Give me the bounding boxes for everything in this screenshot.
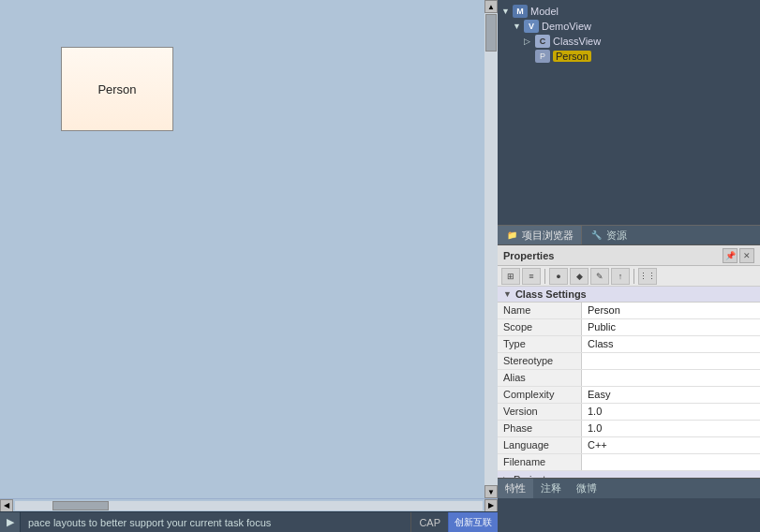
status-icon-btn[interactable]: ▶ bbox=[0, 512, 21, 533]
hscroll-track bbox=[15, 501, 483, 510]
tab-project-browser-label: 项目浏览器 bbox=[522, 229, 574, 243]
prop-row-type[interactable]: Type Class bbox=[498, 336, 760, 353]
prop-value-stereotype[interactable] bbox=[582, 353, 760, 369]
prop-value-language[interactable]: C++ bbox=[582, 437, 760, 453]
prop-value-scope[interactable]: Public bbox=[582, 319, 760, 335]
prop-section-class-settings[interactable]: ▼ Class Settings bbox=[498, 287, 760, 303]
properties-panel: Properties 📌 ✕ ⊞ ≡ ● ◆ ✎ ↑ ⋮⋮ ▼ bbox=[498, 245, 760, 498]
hscroll-left-btn[interactable]: ◀ bbox=[0, 499, 13, 512]
properties-header: Properties 📌 ✕ bbox=[498, 245, 760, 266]
prop-tab-notes[interactable]: 注释 bbox=[533, 479, 569, 498]
prop-row-name[interactable]: Name Person bbox=[498, 303, 760, 319]
prop-tool-edit[interactable]: ✎ bbox=[590, 268, 609, 285]
tree-item-classview[interactable]: ▷ C ClassView bbox=[520, 34, 760, 49]
tab-project-browser[interactable]: 📁 项目浏览器 bbox=[498, 226, 582, 244]
prop-section-class-label: Class Settings bbox=[515, 288, 587, 300]
prop-table: ▼ Class Settings Name Person Scope Publi… bbox=[498, 287, 760, 478]
prop-section-project[interactable]: ▶ Project bbox=[498, 471, 760, 478]
tree-item-model[interactable]: ▼ M Model bbox=[498, 4, 760, 19]
model-icon: M bbox=[513, 5, 528, 18]
properties-controls: 📌 ✕ bbox=[723, 248, 754, 263]
pin-btn[interactable]: 📌 bbox=[723, 248, 738, 263]
prop-bottom-tab: 特性 注释 微博 bbox=[498, 478, 760, 498]
prop-value-name[interactable]: Person bbox=[582, 303, 760, 318]
prop-tool-more[interactable]: ⋮⋮ bbox=[638, 268, 657, 285]
properties-title: Properties bbox=[503, 250, 554, 261]
tree-label-classview: ClassView bbox=[553, 36, 601, 47]
demoview-icon: V bbox=[524, 20, 539, 33]
prop-tab-social-label: 微博 bbox=[576, 481, 597, 495]
prop-sep-2 bbox=[633, 269, 634, 284]
bottom-bar: ◀ ▶ ▶ pace layouts to better support you… bbox=[0, 498, 760, 532]
prop-tool-diamond[interactable]: ◆ bbox=[570, 268, 589, 285]
prop-tab-features[interactable]: 特性 bbox=[498, 479, 533, 498]
tree-item-person[interactable]: P Person bbox=[531, 49, 760, 64]
prop-tab-social[interactable]: 微博 bbox=[569, 479, 604, 498]
prop-name-scope: Scope bbox=[498, 319, 582, 335]
hscroll-right-btn[interactable]: ▶ bbox=[484, 499, 498, 512]
tab-resources-label: 资源 bbox=[606, 229, 627, 243]
tab-bar: 📁 项目浏览器 🔧 资源 bbox=[498, 225, 760, 245]
tree-label-demoview: DemoView bbox=[542, 21, 591, 32]
tree-label-person: Person bbox=[553, 51, 591, 62]
prop-value-phase[interactable]: 1.0 bbox=[582, 421, 760, 436]
tree-arrow-model: ▼ bbox=[501, 7, 511, 16]
scroll-down-btn[interactable]: ▼ bbox=[484, 485, 498, 498]
canvas-area: Person ▲ ▼ bbox=[0, 0, 498, 498]
tree-item-demoview[interactable]: ▼ V DemoView bbox=[509, 19, 760, 34]
prop-name-alias: Alias bbox=[498, 370, 582, 386]
prop-tool-grid[interactable]: ⊞ bbox=[501, 268, 520, 285]
resources-icon: 🔧 bbox=[589, 229, 603, 241]
status-cap-text: CAP bbox=[419, 517, 440, 528]
status-right: CAP 创新互联 bbox=[410, 512, 498, 532]
tree-arrow-classview: ▷ bbox=[524, 37, 533, 46]
canvas-inner: Person bbox=[0, 0, 498, 498]
prop-tool-dot[interactable]: ● bbox=[549, 268, 568, 285]
tab-resources[interactable]: 🔧 资源 bbox=[582, 226, 634, 244]
prop-row-complexity[interactable]: Complexity Easy bbox=[498, 387, 760, 404]
right-panel: ▼ M Model ▼ V DemoView ▷ C ClassView P P… bbox=[498, 0, 760, 498]
prop-sep-1 bbox=[544, 269, 545, 284]
prop-name-type: Type bbox=[498, 336, 582, 352]
classview-icon: C bbox=[535, 35, 550, 48]
prop-tab-features-label: 特性 bbox=[505, 481, 526, 495]
prop-name-version: Version bbox=[498, 404, 582, 420]
prop-tool-up[interactable]: ↑ bbox=[611, 268, 630, 285]
status-brand-text: 创新互联 bbox=[455, 516, 492, 529]
prop-value-version[interactable]: 1.0 bbox=[582, 404, 760, 420]
prop-value-alias[interactable] bbox=[582, 370, 760, 386]
prop-row-filename[interactable]: Filename bbox=[498, 454, 760, 471]
prop-value-type[interactable]: Class bbox=[582, 336, 760, 352]
hscroll-thumb[interactable] bbox=[52, 501, 109, 510]
main-container: Person ▲ ▼ ▼ M Model ▼ V DemoView bbox=[0, 0, 760, 498]
status-bar: ▶ pace layouts to better support your cu… bbox=[0, 511, 498, 532]
prop-name-filename: Filename bbox=[498, 454, 582, 470]
person-class-box[interactable]: Person bbox=[61, 47, 173, 131]
hscroll-container[interactable]: ◀ ▶ bbox=[0, 498, 498, 511]
prop-name-name: Name bbox=[498, 303, 582, 318]
tree-arrow-demoview: ▼ bbox=[513, 22, 522, 31]
prop-row-scope[interactable]: Scope Public bbox=[498, 319, 760, 336]
scroll-up-btn[interactable]: ▲ bbox=[484, 0, 498, 13]
prop-tool-sort[interactable]: ≡ bbox=[522, 268, 541, 285]
prop-name-complexity: Complexity bbox=[498, 387, 582, 403]
status-left: ▶ pace layouts to better support your cu… bbox=[0, 512, 410, 533]
prop-toolbar: ⊞ ≡ ● ◆ ✎ ↑ ⋮⋮ bbox=[498, 266, 760, 287]
canvas-vscroll[interactable]: ▲ ▼ bbox=[484, 0, 498, 498]
prop-value-complexity[interactable]: Easy bbox=[582, 387, 760, 403]
prop-row-version[interactable]: Version 1.0 bbox=[498, 404, 760, 421]
prop-name-phase: Phase bbox=[498, 421, 582, 436]
prop-value-filename[interactable] bbox=[582, 454, 760, 470]
person-class-label: Person bbox=[97, 82, 136, 96]
prop-row-stereotype[interactable]: Stereotype bbox=[498, 353, 760, 370]
prop-row-alias[interactable]: Alias bbox=[498, 370, 760, 387]
prop-tab-notes-label: 注释 bbox=[541, 481, 561, 495]
close-prop-btn[interactable]: ✕ bbox=[739, 248, 754, 263]
status-text: pace layouts to better support your curr… bbox=[21, 517, 278, 528]
prop-row-language[interactable]: Language C++ bbox=[498, 437, 760, 454]
status-cap: CAP bbox=[410, 512, 448, 532]
project-browser-icon: 📁 bbox=[505, 229, 518, 241]
person-icon: P bbox=[535, 50, 550, 63]
prop-row-phase[interactable]: Phase 1.0 bbox=[498, 421, 760, 437]
scroll-thumb-v[interactable] bbox=[485, 14, 497, 52]
